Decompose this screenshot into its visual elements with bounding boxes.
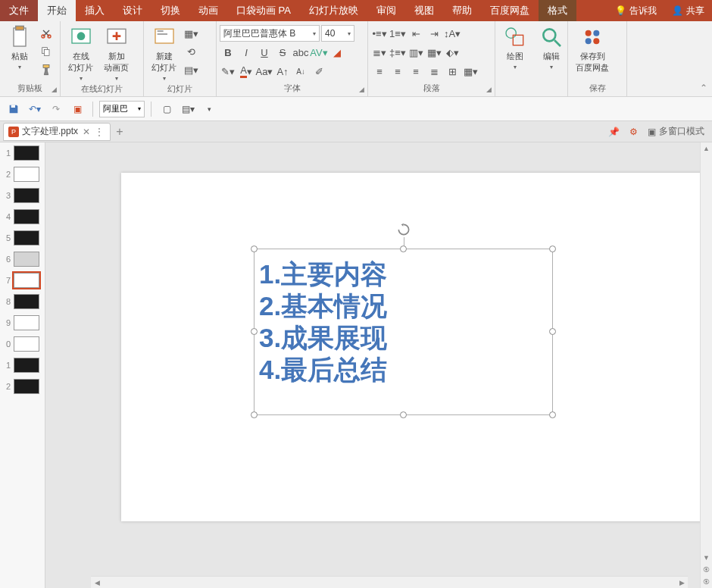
clear-format-button[interactable]: ◢ xyxy=(329,44,345,61)
prev-slide-button[interactable]: ⦿ xyxy=(701,564,712,576)
save-baidu-button[interactable]: 保存到 百度网盘 xyxy=(571,23,614,75)
scroll-up-button[interactable]: ▲ xyxy=(701,142,712,155)
underline-button[interactable]: U xyxy=(256,44,273,61)
highlight-button[interactable]: ✎▾ xyxy=(220,63,236,80)
tab-home[interactable]: 开始 xyxy=(38,0,76,21)
scroll-down-button[interactable]: ▼ xyxy=(701,552,712,564)
tab-help[interactable]: 帮助 xyxy=(443,0,481,21)
slide-thumbnail[interactable]: 7 xyxy=(0,270,45,291)
tab-animation[interactable]: 动画 xyxy=(189,0,227,21)
qat-font-select[interactable]: 阿里巴▾ xyxy=(99,101,145,117)
shadow-button[interactable]: abc xyxy=(292,44,309,61)
dialog-launcher-icon[interactable]: ◢ xyxy=(359,84,364,95)
dialog-launcher-icon[interactable]: ◢ xyxy=(52,84,57,95)
font-color-button[interactable]: A▾ xyxy=(238,63,255,80)
slide-thumbnail[interactable]: 1 xyxy=(0,142,45,164)
slide-thumbnail[interactable]: 1 xyxy=(0,355,45,376)
next-slide-button[interactable]: ⦿ xyxy=(701,576,712,588)
cut-button[interactable] xyxy=(38,25,55,42)
tab-file[interactable]: 文件 xyxy=(0,0,38,21)
shrink-font-button[interactable]: A↓ xyxy=(292,63,309,80)
columns-button[interactable]: ▥▾ xyxy=(408,44,424,61)
tellme-button[interactable]: 💡告诉我 xyxy=(607,0,664,21)
char-spacing-button[interactable]: AV▾ xyxy=(311,44,327,61)
slide-thumbnail[interactable]: 0 xyxy=(0,333,45,355)
tab-view[interactable]: 视图 xyxy=(405,0,443,21)
multi-window-button[interactable]: ▣多窗口模式 xyxy=(643,125,709,138)
gear-icon[interactable]: ⚙ xyxy=(623,123,643,141)
add-anim-page-button[interactable]: 新加 动画页▾ xyxy=(99,23,133,83)
rotate-handle[interactable] xyxy=(396,222,411,237)
slide-thumbnail[interactable]: 2 xyxy=(0,376,45,397)
qat-more-button[interactable]: ▾ xyxy=(200,100,218,118)
resize-handle-e[interactable] xyxy=(549,328,556,335)
align-right-button[interactable]: ≡ xyxy=(408,63,424,80)
indent-inc-button[interactable]: ⇥ xyxy=(426,25,442,42)
text-content[interactable]: 1.主要内容 2.基本情况 3.成果展现 4.最后总结 xyxy=(255,249,552,395)
reset-button[interactable]: ⟲ xyxy=(183,43,199,60)
copy-button[interactable] xyxy=(38,43,55,60)
new-slide-button[interactable]: 新建 幻灯片▾ xyxy=(147,23,181,83)
italic-button[interactable]: I xyxy=(238,44,255,61)
text-direction-button[interactable]: ↕A▾ xyxy=(444,25,461,42)
resize-handle-se[interactable] xyxy=(549,411,556,418)
resize-handle-nw[interactable] xyxy=(251,246,258,252)
layout-button[interactable]: ▦▾ xyxy=(183,25,199,42)
numbering-button[interactable]: 1≡▾ xyxy=(389,25,406,42)
font-name-select[interactable]: 阿里巴巴普惠体 B▾ xyxy=(220,25,320,42)
tab-more-button[interactable]: ⋮ xyxy=(93,127,105,137)
pin-icon[interactable]: 📌 xyxy=(604,123,623,141)
qat-btn-a[interactable]: ▢ xyxy=(158,100,176,118)
tab-design[interactable]: 设计 xyxy=(114,0,151,21)
resize-handle-n[interactable] xyxy=(400,246,407,252)
tab-format[interactable]: 格式 xyxy=(539,0,576,21)
format-painter-button[interactable] xyxy=(38,61,55,78)
horizontal-scrollbar[interactable]: ◀ ▶ xyxy=(91,576,688,588)
justify-button[interactable]: ≣ xyxy=(426,63,442,80)
dialog-launcher-icon[interactable]: ◢ xyxy=(486,84,492,95)
grow-font-button[interactable]: A↑ xyxy=(274,63,291,80)
align-more-button[interactable]: ▦▾ xyxy=(462,63,479,80)
save-button[interactable] xyxy=(5,100,23,118)
slide-canvas[interactable]: 1.主要内容 2.基本情况 3.成果展现 4.最后总结 ◀ ▶ xyxy=(45,142,700,588)
section-button[interactable]: ▤▾ xyxy=(183,61,199,78)
smartart-button[interactable]: ⬖▾ xyxy=(444,44,461,61)
slide-thumbnail[interactable]: 6 xyxy=(0,249,45,270)
tab-transition[interactable]: 切换 xyxy=(151,0,189,21)
slide[interactable]: 1.主要内容 2.基本情况 3.成果展现 4.最后总结 xyxy=(121,173,700,521)
tab-slideshow[interactable]: 幻灯片放映 xyxy=(300,0,367,21)
bold-button[interactable]: B xyxy=(220,44,236,61)
slide-thumbnail[interactable]: 5 xyxy=(0,227,45,249)
tab-baidu[interactable]: 百度网盘 xyxy=(481,0,539,21)
resize-handle-s[interactable] xyxy=(400,411,407,418)
slide-thumbnail[interactable]: 3 xyxy=(0,185,45,206)
vertical-scrollbar[interactable]: ▲ ▼ ⦿ ⦿ xyxy=(700,142,712,588)
undo-button[interactable]: ↶▾ xyxy=(26,100,44,118)
tab-pocket-anim[interactable]: 口袋动画 PA xyxy=(227,0,300,21)
align-center-button[interactable]: ≡ xyxy=(389,63,406,80)
font-size-select[interactable]: 40▾ xyxy=(321,25,354,42)
add-tab-button[interactable]: + xyxy=(111,123,129,141)
distribute-button[interactable]: ⊞ xyxy=(444,63,461,80)
align-v-button[interactable]: ≣▾ xyxy=(371,44,388,61)
scroll-left-button[interactable]: ◀ xyxy=(91,577,103,588)
scroll-right-button[interactable]: ▶ xyxy=(676,577,688,588)
qat-btn-b[interactable]: ▤▾ xyxy=(179,100,197,118)
tab-review[interactable]: 审阅 xyxy=(367,0,405,21)
change-case-button[interactable]: Aa▾ xyxy=(256,63,273,80)
resize-handle-ne[interactable] xyxy=(549,246,556,252)
slide-thumbnail[interactable]: 2 xyxy=(0,164,45,185)
resize-handle-w[interactable] xyxy=(251,328,258,335)
tab-insert[interactable]: 插入 xyxy=(76,0,114,21)
collapse-ribbon-button[interactable]: ⌃ xyxy=(700,83,707,93)
text-box[interactable]: 1.主要内容 2.基本情况 3.成果展现 4.最后总结 xyxy=(254,249,553,415)
bullets-button[interactable]: •≡▾ xyxy=(371,25,388,42)
redo-button[interactable]: ↷ xyxy=(47,100,65,118)
line-spacing-button[interactable]: ‡≡▾ xyxy=(389,44,406,61)
align-left-button[interactable]: ≡ xyxy=(371,63,388,80)
strike-button[interactable]: S xyxy=(274,44,291,61)
slide-thumbnail[interactable]: 8 xyxy=(0,291,45,312)
document-tab[interactable]: P 文字处理.pptx ✕ ⋮ xyxy=(3,123,111,141)
online-slide-button[interactable]: 在线 幻灯片▾ xyxy=(64,23,98,83)
resize-handle-sw[interactable] xyxy=(251,411,258,418)
